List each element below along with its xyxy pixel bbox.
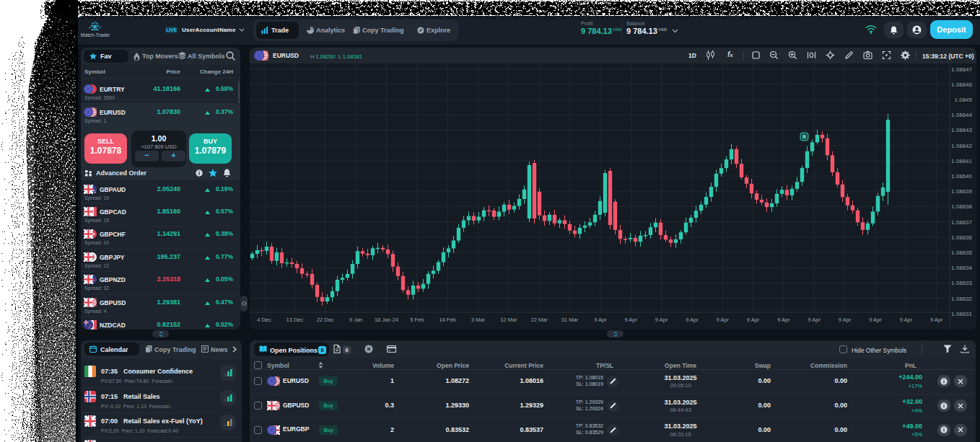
svg-text:1.08633: 1.08633 — [951, 280, 972, 286]
svg-text:B: B — [802, 134, 806, 139]
svg-text:14 Feb: 14 Feb — [439, 317, 455, 323]
svg-text:1.08635: 1.08635 — [951, 249, 972, 256]
svg-text:22 Dec: 22 Dec — [317, 317, 334, 323]
svg-text:9 Jan: 9 Jan — [349, 317, 362, 323]
svg-text:9 Apr: 9 Apr — [900, 317, 913, 323]
svg-text:1.08646: 1.08646 — [951, 81, 972, 88]
svg-text:9 Apr: 9 Apr — [655, 317, 668, 323]
svg-text:9 Apr: 9 Apr — [930, 317, 943, 323]
svg-text:5 Feb: 5 Feb — [410, 317, 424, 323]
svg-text:1.08631: 1.08631 — [951, 311, 972, 317]
svg-text:1.08640: 1.08640 — [951, 173, 972, 180]
svg-text:1.08638: 1.08638 — [951, 203, 972, 210]
svg-text:18 Jan 24: 18 Jan 24 — [375, 317, 398, 323]
svg-text:1.08647: 1.08647 — [951, 66, 972, 73]
svg-text:9 Apr: 9 Apr — [594, 317, 607, 323]
svg-text:1.08637: 1.08637 — [951, 219, 972, 226]
svg-text:9 Apr: 9 Apr — [624, 317, 637, 323]
svg-text:1.08634: 1.08634 — [951, 265, 972, 271]
svg-text:13 Dec: 13 Dec — [286, 317, 304, 323]
svg-text:1.08636: 1.08636 — [951, 234, 972, 241]
svg-text:1.08643: 1.08643 — [951, 127, 972, 133]
svg-text:9 Apr: 9 Apr — [869, 317, 882, 323]
svg-text:12 Mar: 12 Mar — [500, 317, 517, 323]
svg-text:9 Apr: 9 Apr — [839, 317, 852, 323]
svg-text:9 Apr: 9 Apr — [777, 317, 790, 323]
svg-text:9 Apr: 9 Apr — [808, 317, 821, 323]
svg-text:4 Dec: 4 Dec — [257, 317, 271, 323]
svg-text:1.0845: 1.0845 — [955, 97, 973, 103]
svg-text:1.08639: 1.08639 — [951, 188, 972, 195]
svg-text:3 Mar: 3 Mar — [471, 317, 486, 323]
svg-text:9 Apr: 9 Apr — [747, 317, 760, 323]
svg-text:1.08641: 1.08641 — [951, 158, 972, 164]
svg-text:1.08644: 1.08644 — [951, 112, 972, 118]
svg-text:1.08642: 1.08642 — [951, 143, 972, 149]
svg-text:9 Apr: 9 Apr — [716, 317, 729, 323]
svg-text:22 Mar: 22 Mar — [531, 317, 548, 323]
svg-text:9 Apr: 9 Apr — [686, 317, 699, 323]
svg-text:1.08632: 1.08632 — [951, 296, 972, 302]
svg-text:31 Mar: 31 Mar — [561, 317, 579, 323]
